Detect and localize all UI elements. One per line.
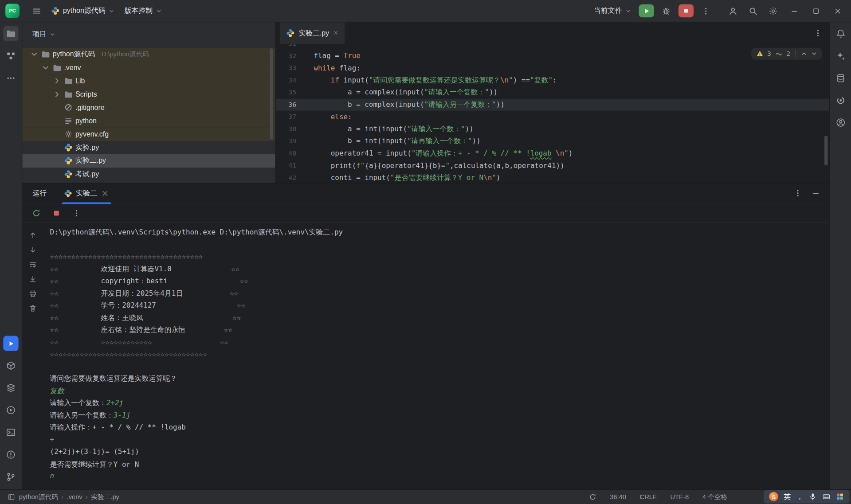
close-icon (833, 7, 841, 15)
python-packages-tool-button[interactable] (3, 358, 18, 373)
console-more-button[interactable] (70, 207, 83, 219)
code-line-35[interactable]: 35 a = complex(input("请输入一个复数：")) (276, 86, 829, 99)
debug-button[interactable] (662, 6, 671, 16)
rerun-button[interactable] (30, 207, 43, 219)
jump-down-button[interactable] (27, 245, 39, 254)
code-line-39[interactable]: 39 b = int(input("请再输入一个数：")) (276, 135, 829, 148)
ime-toolbox-icon[interactable] (836, 492, 844, 500)
tree-item-实验.py[interactable]: 实验.py (22, 141, 275, 154)
microphone-icon[interactable] (809, 492, 817, 500)
ime-punctuation-toggle[interactable]: ， (796, 492, 803, 501)
search-icon[interactable] (749, 6, 758, 16)
print-button[interactable] (27, 289, 39, 298)
editor-tab[interactable]: 实验二.py (280, 22, 345, 44)
sync-icon[interactable] (588, 493, 596, 501)
code-line-37[interactable]: 37 else: (276, 111, 829, 123)
code-token: a = complex(input( (314, 88, 424, 96)
database-tool-button[interactable] (833, 70, 848, 86)
breadcrumb-item[interactable]: python源代码 (19, 492, 58, 502)
more-actions-icon[interactable] (701, 6, 710, 16)
tree-item-pyvenv.cfg[interactable]: pyvenv.cfg (22, 128, 275, 141)
main-menu-icon[interactable] (32, 6, 41, 16)
inspections-widget[interactable]: 3 2 (751, 48, 822, 60)
chevron-down-icon (156, 8, 161, 14)
vcs-widget[interactable]: 版本控制 (119, 3, 166, 19)
code-line-42[interactable]: 42 conti = input("是否需要继续计算？Y or N\n") (276, 172, 829, 182)
tree-item-实验二.py[interactable]: 实验二.py (22, 154, 275, 168)
code-text: else: (314, 113, 352, 121)
close-run-tab-icon[interactable] (101, 189, 109, 197)
jump-up-button[interactable] (27, 231, 39, 239)
tree-item-Lib[interactable]: Lib (22, 74, 275, 88)
scroll-to-end-button[interactable] (27, 274, 39, 283)
tree-item-考试.py[interactable]: 考试.py (22, 168, 275, 181)
close-tab-icon[interactable] (333, 30, 339, 35)
code-line-38[interactable]: 38 a = int(input("请输入一个数：")) (276, 123, 829, 135)
project-panel-header[interactable]: 项目 (22, 22, 275, 46)
file-encoding[interactable]: UTF-8 (670, 493, 689, 501)
project-widget[interactable]: python源代码 (46, 3, 119, 19)
project-tree-scrollbar[interactable] (270, 48, 273, 140)
next-problem-icon[interactable] (811, 51, 818, 57)
profile-button[interactable] (833, 115, 848, 130)
ai-assistant-button[interactable] (833, 48, 848, 63)
line-separator[interactable]: CRLF (640, 493, 657, 501)
run-config-widget[interactable]: 当前文件 (589, 3, 636, 19)
more-tool-windows-button[interactable] (3, 70, 18, 86)
project-widget-icon[interactable] (8, 493, 15, 501)
code-line-40[interactable]: 40 operator41 = input("请输入操作：+ - * / % /… (276, 147, 829, 160)
structure-tool-button[interactable] (3, 48, 18, 63)
maximize-button[interactable] (805, 0, 826, 22)
tree-item-python[interactable]: python (22, 114, 275, 128)
editor-options-icon[interactable] (814, 28, 823, 37)
tree-item-Scripts[interactable]: Scripts (22, 88, 275, 101)
console-output[interactable]: D:\python源代码\.venv\Scripts\python.exe D:… (43, 223, 829, 489)
ime-language-toggle[interactable]: 英 (784, 492, 791, 501)
run-button[interactable] (639, 4, 654, 17)
code-line-34[interactable]: 34 if input("请问您需要做复数运算还是实数运算呢？\n") =="复… (276, 74, 829, 86)
problems-tool-button[interactable] (3, 447, 18, 462)
tree-item-.venv[interactable]: .venv (22, 61, 275, 74)
pycharm-window: PC python源代码 版本控制 当前文件 (0, 0, 851, 504)
minimize-button[interactable] (784, 0, 804, 22)
python-file-icon (64, 189, 72, 197)
code-token: {a}{operator41}{b} (365, 161, 441, 169)
code-line-32[interactable]: 32flag = True (276, 50, 829, 62)
breadcrumb-item[interactable]: 实验二.py (91, 492, 119, 502)
caret-position[interactable]: 36:40 (610, 493, 626, 501)
clear-console-button[interactable] (27, 304, 39, 313)
hide-panel-icon[interactable] (812, 189, 820, 198)
breadcrumb-item[interactable]: .venv (67, 493, 82, 501)
code-line-41[interactable]: 41 print(f"{a}{operator41}{b}=",calculat… (276, 160, 829, 172)
close-button[interactable] (827, 0, 848, 22)
stop-button[interactable] (678, 4, 694, 17)
code-editor[interactable]: 3132flag = True33while flag:34 if input(… (276, 44, 829, 182)
statusbar-right: 36:40 CRLF UTF-8 4 个空格 (588, 492, 727, 502)
notifications-button[interactable] (833, 26, 848, 41)
tree-item-python源代码[interactable]: python源代码D:\python源代码 (22, 48, 275, 61)
run-tool-button[interactable] (3, 336, 18, 351)
database-tool-icon (835, 73, 845, 83)
services-tool-button[interactable] (3, 380, 18, 395)
keyboard-icon[interactable] (822, 492, 830, 500)
run-panel-options-icon[interactable] (793, 189, 802, 198)
prev-problem-icon[interactable] (800, 51, 807, 57)
code-line-33[interactable]: 33while flag: (276, 62, 829, 74)
indent-style[interactable]: 4 个空格 (702, 492, 727, 502)
run-anything-tool-button[interactable] (3, 402, 18, 418)
code-line-36[interactable]: 36 b = complex(input("请输入另一个复数：")) (276, 98, 829, 111)
soft-wrap-button[interactable] (27, 260, 39, 269)
sogou-logo-icon[interactable]: S (769, 492, 778, 501)
stop-button[interactable] (50, 207, 63, 219)
terminal-tool-button[interactable] (3, 425, 18, 440)
line-number: 42 (276, 174, 297, 182)
version-control-tool-button[interactable] (3, 469, 18, 484)
editor-scrollbar[interactable] (824, 136, 827, 165)
tree-item-.gitignore[interactable]: .gitignore (22, 101, 275, 114)
code-line-31[interactable]: 31 (276, 44, 829, 50)
settings-icon[interactable] (769, 6, 778, 16)
user-account-icon[interactable] (728, 6, 737, 16)
run-tab[interactable]: 实验二 (60, 183, 114, 203)
plugins-button[interactable] (833, 93, 848, 108)
project-tool-button[interactable] (3, 26, 18, 41)
